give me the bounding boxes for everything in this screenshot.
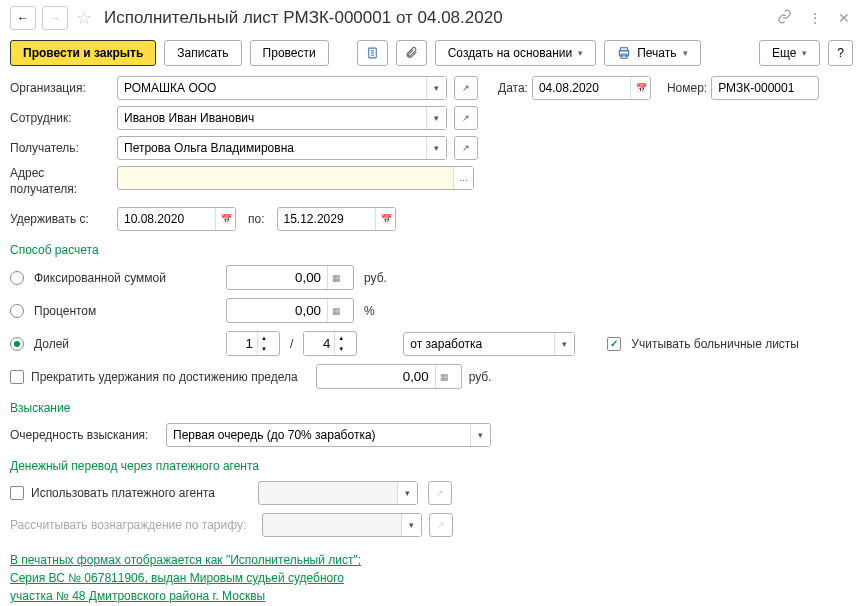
fixed-radio-label: Фиксированной суммой <box>34 271 216 285</box>
spin-up-icon[interactable]: ▲ <box>258 332 270 343</box>
link-icon[interactable] <box>774 9 795 27</box>
dropdown-icon[interactable]: ▾ <box>426 77 446 99</box>
use-agent-checkbox[interactable] <box>10 486 24 500</box>
percent-amount-input[interactable] <box>227 299 327 322</box>
priority-input[interactable] <box>167 424 470 446</box>
priority-label: Очередность взыскания: <box>10 428 162 442</box>
date-label: Дата: <box>498 81 528 95</box>
nav-back-button[interactable]: ← <box>10 6 36 30</box>
dropdown-icon: ▾ <box>401 514 421 536</box>
withhold-from-label: Удерживать с: <box>10 212 113 226</box>
withhold-to-input[interactable] <box>278 208 375 230</box>
calendar-icon[interactable]: 📅 <box>215 208 235 230</box>
fraction-denominator-input[interactable] <box>304 332 334 355</box>
fraction-radio-label: Долей <box>34 337 216 351</box>
number-input[interactable] <box>712 77 818 99</box>
sick-leave-checkbox[interactable] <box>607 337 621 351</box>
org-input[interactable] <box>118 77 426 99</box>
tariff-label: Рассчитывать вознаграждение по тарифу: <box>10 518 258 532</box>
percent-radio-label: Процентом <box>34 304 216 318</box>
open-external-icon[interactable]: ↗ <box>454 106 478 130</box>
stop-limit-input[interactable] <box>317 365 435 388</box>
date-input[interactable] <box>533 77 630 99</box>
recipient-addr-label: Адрес получателя: <box>10 166 113 197</box>
fraction-numerator-input[interactable] <box>227 332 257 355</box>
calc-icon[interactable]: ▦ <box>435 365 453 388</box>
employee-input[interactable] <box>118 107 426 129</box>
to-label: по: <box>248 212 265 226</box>
percent-radio[interactable] <box>10 304 24 318</box>
create-based-button[interactable]: Создать на основании <box>435 40 597 66</box>
calc-icon[interactable]: ▦ <box>327 266 345 289</box>
dropdown-icon[interactable]: ▾ <box>554 333 574 355</box>
close-icon[interactable]: ✕ <box>835 10 853 26</box>
calendar-icon[interactable]: 📅 <box>630 77 650 99</box>
spin-down-icon[interactable]: ▼ <box>335 343 347 354</box>
stop-limit-label: Прекратить удержания по достижению преде… <box>31 370 298 384</box>
calc-section-title: Способ расчета <box>10 243 853 257</box>
dropdown-icon[interactable]: ▾ <box>426 137 446 159</box>
agent-input <box>259 482 397 504</box>
open-external-icon: ↗ <box>429 513 453 537</box>
dropdown-icon: ▾ <box>397 482 417 504</box>
help-button[interactable]: ? <box>828 40 853 66</box>
attachment-icon-button[interactable] <box>396 40 427 66</box>
print-info-link[interactable]: В печатных формах отображается как "Испо… <box>10 551 370 605</box>
fixed-radio[interactable] <box>10 271 24 285</box>
page-title: Исполнительный лист РМЗК-000001 от 04.08… <box>104 8 768 28</box>
fraction-radio[interactable] <box>10 337 24 351</box>
recipient-label: Получатель: <box>10 141 113 155</box>
percent-unit-label: % <box>364 304 375 318</box>
ellipsis-icon[interactable]: … <box>453 167 473 189</box>
menu-dots-icon[interactable]: ⋮ <box>805 10 825 26</box>
tariff-input <box>263 514 401 536</box>
favorite-star-icon[interactable]: ☆ <box>74 7 94 29</box>
save-button[interactable]: Записать <box>164 40 241 66</box>
spin-up-icon[interactable]: ▲ <box>335 332 347 343</box>
stop-limit-checkbox[interactable] <box>10 370 24 384</box>
submit-close-button[interactable]: Провести и закрыть <box>10 40 156 66</box>
calc-icon[interactable]: ▦ <box>327 299 345 322</box>
employee-label: Сотрудник: <box>10 111 113 125</box>
submit-button[interactable]: Провести <box>250 40 329 66</box>
calendar-icon[interactable]: 📅 <box>375 208 395 230</box>
open-external-icon[interactable]: ↗ <box>454 136 478 160</box>
recipient-addr-input[interactable] <box>118 167 453 189</box>
nav-forward-button[interactable]: → <box>42 6 68 30</box>
withhold-from-input[interactable] <box>118 208 215 230</box>
dropdown-icon[interactable]: ▾ <box>426 107 446 129</box>
recipient-input[interactable] <box>118 137 426 159</box>
open-external-icon[interactable]: ↗ <box>454 76 478 100</box>
number-label: Номер: <box>667 81 707 95</box>
fraction-base-input[interactable] <box>404 333 554 355</box>
print-button[interactable]: Печать <box>604 40 700 66</box>
more-button[interactable]: Еще <box>759 40 820 66</box>
document-icon-button[interactable] <box>357 40 388 66</box>
fraction-slash: / <box>290 337 293 351</box>
recovery-section-title: Взыскание <box>10 401 853 415</box>
org-label: Организация: <box>10 81 113 95</box>
dropdown-icon[interactable]: ▾ <box>470 424 490 446</box>
fixed-amount-input[interactable] <box>227 266 327 289</box>
open-external-icon: ↗ <box>428 481 452 505</box>
sick-leave-label: Учитывать больничные листы <box>631 337 799 351</box>
use-agent-label: Использовать платежного агента <box>31 486 251 500</box>
spin-down-icon[interactable]: ▼ <box>258 343 270 354</box>
fixed-unit-label: руб. <box>364 271 387 285</box>
stop-limit-unit: руб. <box>469 370 492 384</box>
agent-section-title: Денежный перевод через платежного агента <box>10 459 853 473</box>
